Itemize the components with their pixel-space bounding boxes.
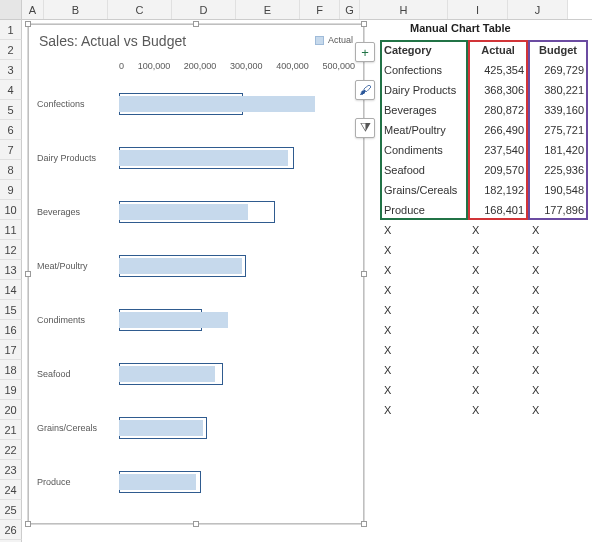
resize-handle[interactable]: [193, 521, 199, 527]
table-row-placeholder[interactable]: XXX: [380, 320, 590, 340]
row-header-21[interactable]: 21: [0, 420, 22, 440]
row-header-19[interactable]: 19: [0, 380, 22, 400]
cell-placeholder[interactable]: X: [528, 320, 588, 340]
cell-actual[interactable]: 168,401: [468, 200, 528, 220]
table-row-placeholder[interactable]: XXX: [380, 220, 590, 240]
table-row-placeholder[interactable]: XXX: [380, 300, 590, 320]
bar-actual[interactable]: [119, 258, 242, 274]
col-header-G[interactable]: G: [340, 0, 360, 19]
chart-title[interactable]: Sales: Actual vs Budget: [39, 33, 186, 49]
cell-actual[interactable]: 209,570: [468, 160, 528, 180]
row-header-17[interactable]: 17: [0, 340, 22, 360]
row-header-9[interactable]: 9: [0, 180, 22, 200]
cell-placeholder[interactable]: X: [468, 340, 528, 360]
col-header-H[interactable]: H: [360, 0, 448, 19]
row-header-8[interactable]: 8: [0, 160, 22, 180]
chart-legend[interactable]: Actual: [315, 35, 353, 45]
cell-placeholder[interactable]: X: [468, 220, 528, 240]
col-header-D[interactable]: D: [172, 0, 236, 19]
cell-placeholder[interactable]: X: [380, 400, 468, 420]
row-header-24[interactable]: 24: [0, 480, 22, 500]
cell-placeholder[interactable]: X: [380, 320, 468, 340]
chart-plot-area[interactable]: ConfectionsDairy ProductsBeveragesMeat/P…: [37, 79, 355, 513]
row-header-20[interactable]: 20: [0, 400, 22, 420]
row-header-15[interactable]: 15: [0, 300, 22, 320]
cell-placeholder[interactable]: X: [528, 340, 588, 360]
cell-category[interactable]: Condiments: [380, 140, 468, 160]
header-category[interactable]: Category: [380, 40, 468, 60]
cell-placeholder[interactable]: X: [380, 240, 468, 260]
row-header-5[interactable]: 5: [0, 100, 22, 120]
col-header-E[interactable]: E: [236, 0, 300, 19]
col-header-I[interactable]: I: [448, 0, 508, 19]
chart-styles-button[interactable]: 🖌: [355, 80, 375, 100]
row-header-16[interactable]: 16: [0, 320, 22, 340]
resize-handle[interactable]: [25, 21, 31, 27]
resize-handle[interactable]: [361, 271, 367, 277]
row-header-2[interactable]: 2: [0, 40, 22, 60]
cell-placeholder[interactable]: X: [528, 400, 588, 420]
cell-category[interactable]: Beverages: [380, 100, 468, 120]
cell-category[interactable]: Meat/Poultry: [380, 120, 468, 140]
table-row[interactable]: Beverages280,872339,160: [380, 100, 590, 120]
header-actual[interactable]: Actual: [468, 40, 528, 60]
table-row-placeholder[interactable]: XXX: [380, 360, 590, 380]
chart-element-add-button[interactable]: +: [355, 42, 375, 62]
row-header-26[interactable]: 26: [0, 520, 22, 540]
cell-budget[interactable]: 339,160: [528, 100, 588, 120]
table-row-placeholder[interactable]: XXX: [380, 240, 590, 260]
cell-budget[interactable]: 177,896: [528, 200, 588, 220]
table-row[interactable]: Grains/Cereals182,192190,548: [380, 180, 590, 200]
resize-handle[interactable]: [25, 271, 31, 277]
cell-placeholder[interactable]: X: [468, 400, 528, 420]
cell-category[interactable]: Seafood: [380, 160, 468, 180]
row-header-7[interactable]: 7: [0, 140, 22, 160]
col-header-B[interactable]: B: [44, 0, 108, 19]
cell-placeholder[interactable]: X: [468, 280, 528, 300]
row-header-25[interactable]: 25: [0, 500, 22, 520]
table-row[interactable]: Dairy Products368,306380,221: [380, 80, 590, 100]
cell-budget[interactable]: 275,721: [528, 120, 588, 140]
cell-placeholder[interactable]: X: [380, 300, 468, 320]
row-header-3[interactable]: 3: [0, 60, 22, 80]
row-header-14[interactable]: 14: [0, 280, 22, 300]
col-header-J[interactable]: J: [508, 0, 568, 19]
table-row[interactable]: Meat/Poultry266,490275,721: [380, 120, 590, 140]
row-header-1[interactable]: 1: [0, 20, 22, 40]
row-header-10[interactable]: 10: [0, 200, 22, 220]
cell-budget[interactable]: 225,936: [528, 160, 588, 180]
cell-placeholder[interactable]: X: [468, 240, 528, 260]
table-row-placeholder[interactable]: XXX: [380, 400, 590, 420]
cell-category[interactable]: Dairy Products: [380, 80, 468, 100]
resize-handle[interactable]: [25, 521, 31, 527]
cell-placeholder[interactable]: X: [528, 380, 588, 400]
cell-placeholder[interactable]: X: [528, 360, 588, 380]
table-row-placeholder[interactable]: XXX: [380, 280, 590, 300]
row-header-11[interactable]: 11: [0, 220, 22, 240]
table-row[interactable]: Produce168,401177,896: [380, 200, 590, 220]
cell-placeholder[interactable]: X: [528, 260, 588, 280]
cell-actual[interactable]: 368,306: [468, 80, 528, 100]
table-row-placeholder[interactable]: XXX: [380, 260, 590, 280]
table-row[interactable]: Seafood209,570225,936: [380, 160, 590, 180]
row-header-13[interactable]: 13: [0, 260, 22, 280]
cell-placeholder[interactable]: X: [468, 300, 528, 320]
cell-placeholder[interactable]: X: [380, 260, 468, 280]
bar-actual[interactable]: [119, 366, 215, 382]
cell-category[interactable]: Confections: [380, 60, 468, 80]
embedded-chart[interactable]: Sales: Actual vs Budget Actual 0 100,000…: [28, 24, 364, 524]
cell-placeholder[interactable]: X: [528, 280, 588, 300]
cell-placeholder[interactable]: X: [528, 300, 588, 320]
bar-actual[interactable]: [119, 420, 203, 436]
cell-placeholder[interactable]: X: [380, 340, 468, 360]
chart-filter-button[interactable]: ⧩: [355, 118, 375, 138]
cell-placeholder[interactable]: X: [380, 360, 468, 380]
cell-actual[interactable]: 237,540: [468, 140, 528, 160]
row-header-12[interactable]: 12: [0, 240, 22, 260]
cell-placeholder[interactable]: X: [380, 280, 468, 300]
row-header-4[interactable]: 4: [0, 80, 22, 100]
worksheet-grid[interactable]: Sales: Actual vs Budget Actual 0 100,000…: [22, 20, 592, 542]
cell-actual[interactable]: 280,872: [468, 100, 528, 120]
resize-handle[interactable]: [361, 521, 367, 527]
bar-actual[interactable]: [119, 150, 288, 166]
